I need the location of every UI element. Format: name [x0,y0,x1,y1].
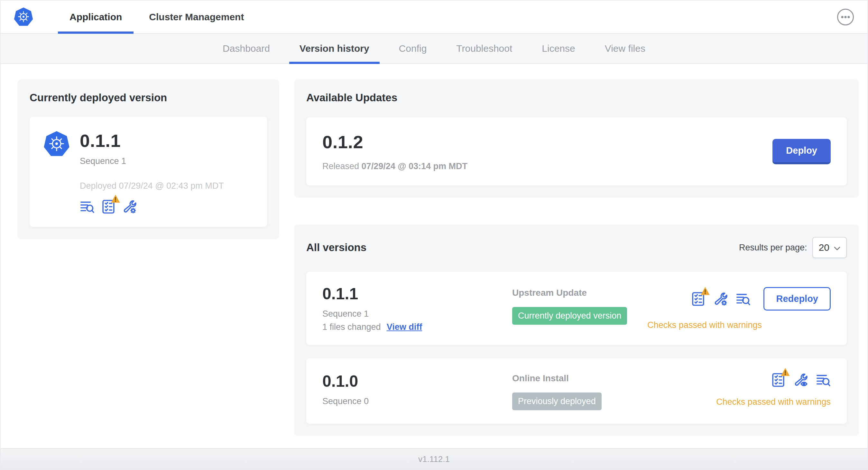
view-config-icon[interactable] [793,373,808,388]
ellipsis-icon [836,22,855,27]
subtab-view-files[interactable]: View files [590,34,660,63]
tab-application[interactable]: Application [56,1,135,33]
subtab-dashboard[interactable]: Dashboard [208,34,285,63]
results-per-page-select[interactable]: 20 [812,237,847,258]
tab-cluster-management-label: Cluster Management [149,11,244,23]
current-version-actions [80,199,224,214]
results-per-page: Results per page: 20 [739,237,847,258]
version-number: 0.1.0 [322,372,512,391]
version-sequence: Sequence 1 [322,309,512,319]
current-version-detail: 0.1.1 Sequence 1 Deployed 07/29/24 @ 02:… [30,117,267,227]
top-bar: Application Cluster Management [1,1,867,34]
version-row-source: Online Install Previously deployed [512,370,716,410]
preflight-checks-warning-icon[interactable] [101,199,116,214]
chevron-down-icon [834,242,840,253]
update-row: 0.1.2 Released 07/29/24 @ 03:14 pm MDT D… [306,118,847,186]
available-updates-title: Available Updates [306,92,847,104]
version-row-0-1-1: 0.1.1 Sequence 1 1 files changed View di… [306,272,847,345]
results-per-page-label: Results per page: [739,243,807,253]
release-notes-icon[interactable] [80,199,95,214]
source-label: Online Install [512,373,716,383]
app-subnav: Dashboard Version history Config Trouble… [1,34,867,64]
tab-application-label: Application [69,11,122,23]
preflight-checks-warning-icon[interactable] [771,373,786,388]
files-changed: 1 files changed View diff [322,322,512,332]
top-tabs: Application Cluster Management [56,1,257,33]
checks-status[interactable]: Checks passed with warnings [647,320,762,330]
warning-triangle-icon [780,367,790,376]
version-row-info: 0.1.1 Sequence 1 1 files changed View di… [322,284,512,332]
all-versions-title: All versions [306,241,366,254]
console-version: v1.112.1 [418,454,450,464]
action-icons: Redeploy [691,287,831,310]
deploy-button[interactable]: Deploy [772,139,831,164]
current-version-number: 0.1.1 [80,130,224,151]
current-version-info: 0.1.1 Sequence 1 Deployed 07/29/24 @ 02:… [80,130,224,214]
released-prefix: Released [322,161,359,171]
warning-triangle-icon [111,194,120,203]
all-versions-card: All versions Results per page: 20 [294,225,859,436]
subtab-license[interactable]: License [527,34,590,63]
config-icon[interactable] [122,199,137,214]
subtab-config[interactable]: Config [384,34,442,63]
tab-cluster-management[interactable]: Cluster Management [135,1,257,33]
subtab-troubleshoot-label: Troubleshoot [456,43,512,54]
current-deployed-timestamp: Deployed 07/29/24 @ 02:43 pm MDT [80,181,224,191]
source-label: Upstream Update [512,288,647,298]
all-versions-header: All versions Results per page: 20 [306,237,847,258]
warning-triangle-icon [701,287,710,296]
update-released-timestamp: Released 07/29/24 @ 03:14 pm MDT [322,161,467,171]
app-window: Application Cluster Management Dashboard… [0,0,868,470]
version-row-source: Upstream Update Currently deployed versi… [512,284,647,332]
footer: v1.112.1 [1,448,867,469]
results-per-page-value: 20 [819,242,829,253]
version-row-info: 0.1.0 Sequence 0 [322,370,512,410]
current-version-card: Currently deployed version [18,79,279,239]
kubernetes-logo-icon [13,7,33,27]
preflight-checks-warning-icon[interactable] [691,292,706,306]
update-version-number: 0.1.2 [322,132,467,153]
update-info: 0.1.2 Released 07/29/24 @ 03:14 pm MDT [322,132,467,171]
status-badge-currently-deployed: Currently deployed version [512,307,627,325]
main-content: Currently deployed version [1,64,867,448]
subtab-version-history[interactable]: Version history [285,34,384,63]
subtab-version-history-label: Version history [300,43,369,54]
release-notes-icon[interactable] [816,373,831,388]
current-sequence: Sequence 1 [80,156,224,166]
release-notes-icon[interactable] [736,292,751,306]
subtab-troubleshoot[interactable]: Troubleshoot [441,34,527,63]
files-changed-label: 1 files changed [322,322,381,332]
overflow-menu-button[interactable] [836,8,855,26]
current-version-panel: Currently deployed version [18,79,279,239]
action-icons [771,373,831,388]
redeploy-button[interactable]: Redeploy [764,287,831,310]
version-number: 0.1.1 [322,284,512,303]
status-badge-previously-deployed: Previously deployed [512,393,601,410]
version-row-0-1-0: 0.1.0 Sequence 0 Online Install Previous… [306,359,847,424]
config-icon[interactable] [713,292,728,306]
subtab-dashboard-label: Dashboard [223,43,270,54]
checks-status[interactable]: Checks passed with warnings [716,397,831,407]
version-row-actions: Checks passed with warnings [716,370,831,410]
subtab-config-label: Config [399,43,427,54]
right-panel: Available Updates 0.1.2 Released 07/29/2… [294,79,859,436]
subtab-view-files-label: View files [605,43,645,54]
version-row-actions: Redeploy Checks passed with warnings [647,284,831,332]
version-sequence: Sequence 0 [322,396,512,406]
subtab-license-label: License [542,43,575,54]
available-updates-card: Available Updates 0.1.2 Released 07/29/2… [294,79,859,198]
current-version-title: Currently deployed version [30,92,267,104]
app-logo-icon [43,130,70,159]
released-date: 07/29/24 @ 03:14 pm MDT [362,161,467,171]
view-diff-link[interactable]: View diff [387,322,423,332]
